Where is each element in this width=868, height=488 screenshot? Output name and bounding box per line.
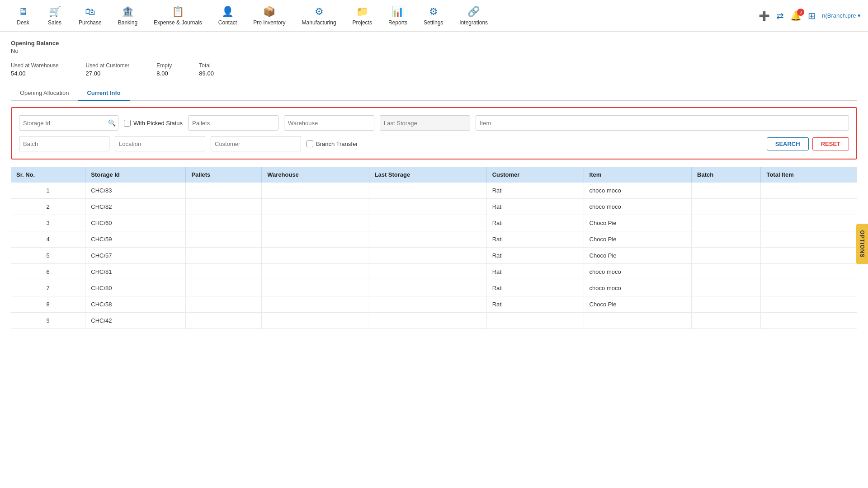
table-cell <box>584 313 692 329</box>
pallets-input[interactable] <box>188 115 278 131</box>
table-cell: Rati <box>486 231 584 248</box>
table-cell: Rati <box>486 183 584 199</box>
table-cell <box>262 313 369 329</box>
stat-used-warehouse: Used at Warehouse 54.00 <box>11 62 59 77</box>
table-cell <box>186 313 262 329</box>
search-panel: 🔍 With Picked Status Branch Transfer SEA… <box>11 107 857 160</box>
nav-item-integrations[interactable]: 🔗 Integrations <box>451 2 496 29</box>
topnav: 🖥 Desk 🛒 Sales 🛍 Purchase 🏦 Banking 📋 Ex… <box>0 0 868 32</box>
table-cell <box>186 231 262 248</box>
nav-label-sales: Sales <box>48 19 61 26</box>
nav-label-reports: Reports <box>388 19 407 26</box>
data-table: Sr. No. Storage Id Pallets Warehouse Las… <box>11 167 857 329</box>
tab-current-info[interactable]: Current Info <box>78 86 129 101</box>
batch-input[interactable] <box>19 136 109 151</box>
location-input[interactable] <box>115 136 205 151</box>
nav-item-sales[interactable]: 🛒 Sales <box>39 2 71 29</box>
search-row-1: 🔍 With Picked Status <box>19 115 849 131</box>
nav-item-purchase[interactable]: 🛍 Purchase <box>71 2 110 29</box>
table-cell: CHC/81 <box>85 264 186 280</box>
table-cell: CHC/57 <box>85 248 186 264</box>
table-cell: 3 <box>11 215 85 231</box>
purchase-icon: 🛍 <box>85 6 95 18</box>
table-row[interactable]: 5CHC/57RatiChoco Pie <box>11 248 857 264</box>
table-row[interactable]: 7CHC/80Ratichoco moco <box>11 280 857 296</box>
table-cell <box>262 183 369 199</box>
table-cell: choco moco <box>584 183 692 199</box>
table-row[interactable]: 6CHC/81Ratichoco moco <box>11 264 857 280</box>
table-cell <box>262 199 369 215</box>
storage-id-search-icon[interactable]: 🔍 <box>108 119 116 127</box>
stat-value-0: 54.00 <box>11 70 59 77</box>
add-button[interactable]: ➕ <box>759 10 770 21</box>
table-row[interactable]: 9CHC/42 <box>11 313 857 329</box>
grid-button[interactable]: ⊞ <box>808 10 816 21</box>
table-cell: choco moco <box>584 199 692 215</box>
warehouse-input[interactable] <box>284 115 374 131</box>
table-cell <box>186 183 262 199</box>
notifications-button[interactable]: 🔔 0 <box>790 10 802 21</box>
table-cell <box>692 313 761 329</box>
nav-label-integrations: Integrations <box>459 19 488 26</box>
nav-item-proinventory[interactable]: 📦 Pro Inventory <box>245 2 293 29</box>
table-cell <box>761 313 857 329</box>
table-cell: 2 <box>11 199 85 215</box>
reports-icon: 📊 <box>392 6 404 18</box>
col-last-storage: Last Storage <box>369 167 486 183</box>
table-cell <box>262 264 369 280</box>
table-cell <box>186 199 262 215</box>
search-button[interactable]: SEARCH <box>767 137 809 150</box>
table-cell <box>761 183 857 199</box>
stat-total: Total 89.00 <box>199 62 214 77</box>
reset-button[interactable]: RESET <box>812 137 849 150</box>
table-cell <box>262 280 369 296</box>
storage-id-input[interactable] <box>19 115 118 131</box>
table-cell <box>369 313 486 329</box>
nav-item-expense[interactable]: 📋 Expense & Journals <box>146 2 210 29</box>
nav-label-settings: Settings <box>424 19 443 26</box>
table-body: 1CHC/83Ratichoco moco2CHC/82Ratichoco mo… <box>11 183 857 329</box>
table-cell: Choco Pie <box>584 248 692 264</box>
table-cell <box>692 215 761 231</box>
nav-item-manufacturing[interactable]: ⚙ Manufacturing <box>294 2 344 29</box>
opening-balance-val: No <box>11 47 857 54</box>
last-storage-input[interactable] <box>380 115 470 131</box>
table-head: Sr. No. Storage Id Pallets Warehouse Las… <box>11 167 857 183</box>
tab-opening-allocation[interactable]: Opening Allocation <box>11 86 78 101</box>
col-batch: Batch <box>692 167 761 183</box>
nav-item-contact[interactable]: 👤 Contact <box>210 2 245 29</box>
table-row[interactable]: 2CHC/82Ratichoco moco <box>11 199 857 215</box>
nav-item-settings[interactable]: ⚙ Settings <box>415 2 451 29</box>
customer-input[interactable] <box>211 136 301 151</box>
user-menu[interactable]: n(Branch.pre ▾ <box>822 12 861 19</box>
projects-icon: 📁 <box>356 6 368 18</box>
col-total-item: Total Item <box>761 167 857 183</box>
table-row[interactable]: 1CHC/83Ratichoco moco <box>11 183 857 199</box>
with-picked-checkbox[interactable] <box>124 120 131 127</box>
nav-item-projects[interactable]: 📁 Projects <box>344 2 380 29</box>
side-options-tab[interactable]: OPTIONS <box>856 224 868 264</box>
table-cell <box>761 248 857 264</box>
nav-item-desk[interactable]: 🖥 Desk <box>7 2 39 29</box>
table-cell: 7 <box>11 280 85 296</box>
table-row[interactable]: 8CHC/58RatiChoco Pie <box>11 296 857 313</box>
integrations-icon: 🔗 <box>467 6 480 18</box>
table-cell <box>761 199 857 215</box>
item-input[interactable] <box>476 115 849 131</box>
nav-item-banking[interactable]: 🏦 Banking <box>110 2 146 29</box>
branch-transfer-checkbox[interactable] <box>307 141 313 147</box>
transfer-button[interactable]: ⇄ <box>776 10 784 21</box>
opening-balance-label: Opening Balance <box>11 40 857 47</box>
table-cell <box>369 215 486 231</box>
sales-icon: 🛒 <box>49 6 61 18</box>
table-cell <box>186 280 262 296</box>
table-cell <box>369 199 486 215</box>
table-cell: CHC/80 <box>85 280 186 296</box>
settings-icon: ⚙ <box>429 6 438 18</box>
search-row-2: Branch Transfer SEARCH RESET <box>19 136 849 151</box>
table-cell: 4 <box>11 231 85 248</box>
table-row[interactable]: 4CHC/59RatiChoco Pie <box>11 231 857 248</box>
table-cell <box>761 231 857 248</box>
table-row[interactable]: 3CHC/60RatiChoco Pie <box>11 215 857 231</box>
nav-item-reports[interactable]: 📊 Reports <box>380 2 415 29</box>
